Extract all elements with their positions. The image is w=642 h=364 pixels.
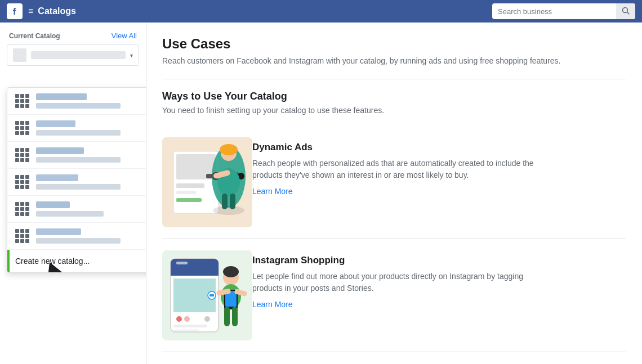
svg-point-26 — [176, 316, 182, 322]
catalog-option-4-content — [36, 174, 146, 190]
catalog-option-5[interactable] — [7, 196, 146, 223]
main-layout: Current Catalog View All ▾ — [0, 23, 642, 364]
top-navigation: ≡ Catalogs — [0, 0, 642, 23]
section-divider-1 — [162, 79, 626, 79]
svg-point-28 — [204, 316, 210, 322]
dynamic-ads-illustration — [162, 137, 252, 227]
svg-point-17 — [213, 206, 244, 215]
catalog-option-2-content — [36, 120, 146, 136]
instagram-shopping-card: Instagram Shopping Let people find out m… — [162, 239, 626, 352]
dynamic-ads-card: Dynamic Ads Reach people with personaliz… — [162, 126, 626, 239]
svg-rect-7 — [176, 191, 196, 194]
grid-icon-1 — [15, 94, 29, 108]
content-area: Use Cases Reach customers on Facebook an… — [146, 23, 642, 364]
catalog-option-6[interactable] — [7, 223, 146, 250]
dropdown-arrow-icon: ▾ — [130, 52, 133, 59]
facebook-logo — [7, 3, 23, 19]
svg-point-16 — [220, 144, 238, 155]
search-input[interactable] — [492, 7, 616, 16]
catalog-option-2[interactable] — [7, 115, 146, 142]
search-bar — [492, 3, 635, 19]
catalog-dropdown[interactable]: ▾ — [7, 44, 139, 66]
svg-rect-23 — [171, 267, 219, 276]
svg-rect-8 — [176, 198, 202, 202]
instagram-shopping-info: Instagram Shopping Let people find out m… — [252, 250, 626, 309]
dynamic-ads-info: Dynamic Ads Reach people with personaliz… — [252, 137, 626, 196]
green-indicator — [7, 250, 10, 272]
svg-rect-39 — [232, 307, 238, 326]
instagram-shopping-illustration — [162, 250, 252, 340]
catalog-option-1-content — [36, 93, 146, 109]
sidebar-labels: Current Catalog View All — [0, 32, 146, 44]
ways-title: Ways to Use Your Catalog — [162, 91, 626, 102]
catalog-option-1[interactable] — [7, 88, 146, 115]
catalog-option-3[interactable] — [7, 142, 146, 169]
sidebar: Current Catalog View All ▾ — [0, 23, 146, 364]
svg-rect-24 — [176, 262, 188, 264]
instagram-shopping-title: Instagram Shopping — [252, 255, 626, 266]
grid-icon-6 — [15, 229, 29, 243]
ways-subtitle: You need to finish setting up your catal… — [162, 106, 626, 115]
dynamic-ads-title: Dynamic Ads — [252, 142, 626, 153]
arrow-pointer — [41, 259, 86, 273]
grid-icon-5 — [15, 202, 29, 216]
svg-point-27 — [184, 316, 190, 322]
current-catalog-label: Current Catalog — [9, 32, 60, 40]
svg-rect-6 — [176, 183, 204, 188]
svg-rect-41 — [209, 294, 214, 296]
svg-rect-38 — [224, 307, 230, 326]
page-title: Use Cases — [162, 36, 626, 52]
instagram-shopping-description: Let people find out more about your prod… — [252, 271, 545, 294]
svg-rect-19 — [230, 194, 235, 209]
view-all-link[interactable]: View All — [112, 32, 137, 40]
svg-point-32 — [223, 266, 239, 277]
instagram-shopping-learn-more[interactable]: Learn More — [252, 300, 293, 309]
catalog-name — [31, 51, 126, 59]
svg-rect-30 — [173, 329, 199, 331]
svg-rect-18 — [222, 194, 228, 209]
app-title: Catalogs — [38, 6, 492, 16]
grid-icon-3 — [15, 148, 29, 162]
catalog-option-5-content — [36, 201, 146, 217]
catalog-option-3-content — [36, 147, 146, 163]
hamburger-icon[interactable]: ≡ — [28, 6, 33, 16]
page-subtitle: Reach customers on Facebook and Instagra… — [162, 56, 626, 65]
dynamic-ads-description: Reach people with personalized ads that … — [252, 158, 545, 181]
catalog-dropdown-menu: Create new catalog... — [7, 87, 146, 273]
dynamic-ads-learn-more[interactable]: Learn More — [252, 187, 293, 196]
svg-rect-29 — [173, 325, 207, 327]
catalog-icon — [13, 48, 26, 62]
search-button[interactable] — [616, 3, 635, 19]
svg-line-2 — [627, 12, 630, 14]
catalog-option-4[interactable] — [7, 169, 146, 196]
grid-icon-4 — [15, 175, 29, 189]
grid-icon-2 — [15, 121, 29, 135]
catalog-option-6-content — [36, 228, 146, 244]
